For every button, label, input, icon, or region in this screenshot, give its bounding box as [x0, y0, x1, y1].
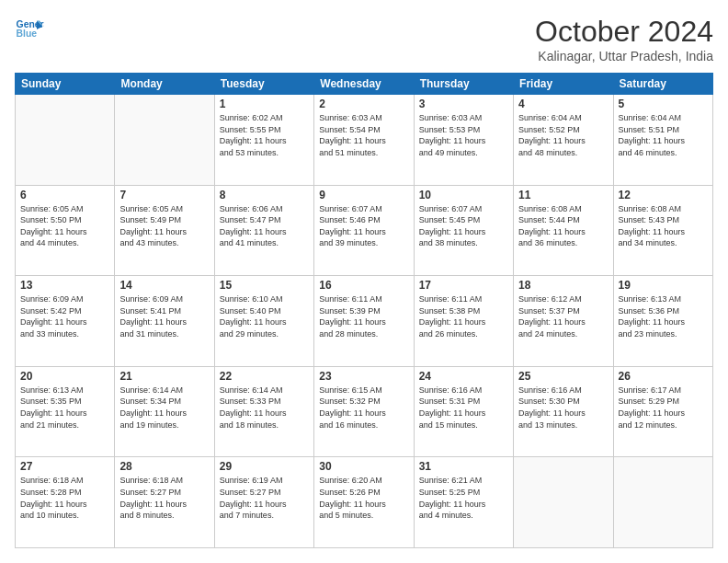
day-info: Sunrise: 6:16 AM Sunset: 5:30 PM Dayligh…	[518, 385, 608, 431]
calendar-cell: 2Sunrise: 6:03 AM Sunset: 5:54 PM Daylig…	[314, 95, 414, 186]
day-number: 25	[518, 370, 608, 383]
day-info: Sunrise: 6:18 AM Sunset: 5:27 PM Dayligh…	[119, 475, 209, 521]
logo: General Blue	[15, 15, 44, 44]
calendar-cell: 29Sunrise: 6:19 AM Sunset: 5:27 PM Dayli…	[214, 457, 313, 548]
calendar-cell	[115, 95, 214, 186]
day-info: Sunrise: 6:10 AM Sunset: 5:40 PM Dayligh…	[220, 293, 309, 339]
day-header-tuesday: Tuesday	[214, 74, 313, 95]
calendar-cell: 12Sunrise: 6:08 AM Sunset: 5:43 PM Dayli…	[613, 185, 712, 276]
day-number: 20	[20, 370, 109, 383]
calendar-cell: 31Sunrise: 6:21 AM Sunset: 5:25 PM Dayli…	[414, 457, 513, 548]
day-number: 17	[419, 279, 508, 292]
day-number: 16	[319, 279, 408, 292]
day-info: Sunrise: 6:16 AM Sunset: 5:31 PM Dayligh…	[419, 385, 508, 431]
calendar-cell: 18Sunrise: 6:12 AM Sunset: 5:37 PM Dayli…	[514, 276, 613, 367]
calendar-cell: 19Sunrise: 6:13 AM Sunset: 5:36 PM Dayli…	[613, 276, 712, 367]
day-number: 2	[319, 98, 408, 110]
day-number: 14	[119, 279, 209, 292]
day-number: 9	[319, 189, 408, 201]
calendar-cell: 6Sunrise: 6:05 AM Sunset: 5:50 PM Daylig…	[16, 185, 115, 276]
calendar-cell: 15Sunrise: 6:10 AM Sunset: 5:40 PM Dayli…	[214, 276, 313, 367]
calendar-cell	[514, 457, 613, 548]
day-info: Sunrise: 6:14 AM Sunset: 5:33 PM Dayligh…	[220, 385, 309, 431]
calendar-header-row: SundayMondayTuesdayWednesdayThursdayFrid…	[16, 74, 713, 95]
calendar-week-4: 20Sunrise: 6:13 AM Sunset: 5:35 PM Dayli…	[16, 366, 713, 457]
calendar-week-3: 13Sunrise: 6:09 AM Sunset: 5:42 PM Dayli…	[16, 276, 713, 367]
day-number: 4	[518, 98, 608, 110]
calendar-cell: 5Sunrise: 6:04 AM Sunset: 5:51 PM Daylig…	[613, 95, 712, 186]
page: General Blue October 2024 Kalinagar, Utt…	[0, 0, 728, 563]
day-info: Sunrise: 6:15 AM Sunset: 5:32 PM Dayligh…	[319, 385, 408, 431]
calendar-cell: 21Sunrise: 6:14 AM Sunset: 5:34 PM Dayli…	[115, 366, 214, 457]
day-info: Sunrise: 6:11 AM Sunset: 5:38 PM Dayligh…	[419, 293, 508, 339]
calendar-week-5: 27Sunrise: 6:18 AM Sunset: 5:28 PM Dayli…	[16, 457, 713, 548]
day-number: 15	[220, 279, 309, 292]
calendar-cell: 17Sunrise: 6:11 AM Sunset: 5:38 PM Dayli…	[414, 276, 513, 367]
day-info: Sunrise: 6:04 AM Sunset: 5:52 PM Dayligh…	[518, 112, 608, 158]
header: General Blue October 2024 Kalinagar, Utt…	[15, 15, 713, 63]
day-info: Sunrise: 6:18 AM Sunset: 5:28 PM Dayligh…	[20, 475, 109, 521]
day-number: 11	[518, 189, 608, 201]
day-number: 27	[20, 460, 109, 473]
day-number: 26	[619, 370, 708, 383]
day-number: 21	[119, 370, 209, 383]
calendar-cell: 26Sunrise: 6:17 AM Sunset: 5:29 PM Dayli…	[613, 366, 712, 457]
day-number: 10	[419, 189, 508, 201]
calendar-week-1: 1Sunrise: 6:02 AM Sunset: 5:55 PM Daylig…	[16, 95, 713, 186]
day-number: 13	[20, 279, 109, 292]
day-info: Sunrise: 6:02 AM Sunset: 5:55 PM Dayligh…	[220, 112, 309, 158]
calendar-week-2: 6Sunrise: 6:05 AM Sunset: 5:50 PM Daylig…	[16, 185, 713, 276]
svg-text:Blue: Blue	[17, 29, 38, 39]
calendar-cell: 14Sunrise: 6:09 AM Sunset: 5:41 PM Dayli…	[115, 276, 214, 367]
title-block: October 2024 Kalinagar, Uttar Pradesh, I…	[535, 15, 713, 63]
day-info: Sunrise: 6:09 AM Sunset: 5:42 PM Dayligh…	[20, 293, 109, 339]
day-info: Sunrise: 6:12 AM Sunset: 5:37 PM Dayligh…	[518, 293, 608, 339]
day-info: Sunrise: 6:11 AM Sunset: 5:39 PM Dayligh…	[319, 293, 408, 339]
day-number: 3	[419, 98, 508, 110]
day-number: 5	[619, 98, 708, 110]
day-info: Sunrise: 6:13 AM Sunset: 5:36 PM Dayligh…	[619, 293, 708, 339]
day-info: Sunrise: 6:14 AM Sunset: 5:34 PM Dayligh…	[119, 385, 209, 431]
calendar-cell: 24Sunrise: 6:16 AM Sunset: 5:31 PM Dayli…	[414, 366, 513, 457]
day-info: Sunrise: 6:19 AM Sunset: 5:27 PM Dayligh…	[220, 475, 309, 521]
day-info: Sunrise: 6:21 AM Sunset: 5:25 PM Dayligh…	[419, 475, 508, 521]
day-number: 23	[319, 370, 408, 383]
calendar-cell: 28Sunrise: 6:18 AM Sunset: 5:27 PM Dayli…	[115, 457, 214, 548]
calendar-cell: 3Sunrise: 6:03 AM Sunset: 5:53 PM Daylig…	[414, 95, 513, 186]
calendar-cell: 9Sunrise: 6:07 AM Sunset: 5:46 PM Daylig…	[314, 185, 414, 276]
day-info: Sunrise: 6:03 AM Sunset: 5:54 PM Dayligh…	[319, 112, 408, 158]
calendar-cell: 16Sunrise: 6:11 AM Sunset: 5:39 PM Dayli…	[314, 276, 414, 367]
day-number: 19	[619, 279, 708, 292]
logo-icon: General Blue	[15, 15, 44, 44]
day-number: 18	[518, 279, 608, 292]
day-info: Sunrise: 6:09 AM Sunset: 5:41 PM Dayligh…	[119, 293, 209, 339]
day-header-wednesday: Wednesday	[314, 74, 414, 95]
day-info: Sunrise: 6:17 AM Sunset: 5:29 PM Dayligh…	[619, 385, 708, 431]
day-number: 7	[119, 189, 209, 201]
month-title: October 2024	[535, 15, 713, 49]
calendar-cell: 8Sunrise: 6:06 AM Sunset: 5:47 PM Daylig…	[214, 185, 313, 276]
day-header-friday: Friday	[514, 74, 613, 95]
day-number: 30	[319, 460, 408, 473]
day-info: Sunrise: 6:04 AM Sunset: 5:51 PM Dayligh…	[619, 112, 708, 158]
calendar-cell: 10Sunrise: 6:07 AM Sunset: 5:45 PM Dayli…	[414, 185, 513, 276]
day-number: 12	[619, 189, 708, 201]
day-info: Sunrise: 6:06 AM Sunset: 5:47 PM Dayligh…	[220, 203, 309, 249]
calendar-cell: 11Sunrise: 6:08 AM Sunset: 5:44 PM Dayli…	[514, 185, 613, 276]
day-header-saturday: Saturday	[613, 74, 712, 95]
calendar-cell: 22Sunrise: 6:14 AM Sunset: 5:33 PM Dayli…	[214, 366, 313, 457]
day-info: Sunrise: 6:07 AM Sunset: 5:46 PM Dayligh…	[319, 203, 408, 249]
calendar-cell: 7Sunrise: 6:05 AM Sunset: 5:49 PM Daylig…	[115, 185, 214, 276]
day-info: Sunrise: 6:13 AM Sunset: 5:35 PM Dayligh…	[20, 385, 109, 431]
day-number: 29	[220, 460, 309, 473]
location: Kalinagar, Uttar Pradesh, India	[535, 49, 713, 63]
day-number: 31	[419, 460, 508, 473]
day-header-thursday: Thursday	[414, 74, 513, 95]
day-number: 22	[220, 370, 309, 383]
calendar-cell: 13Sunrise: 6:09 AM Sunset: 5:42 PM Dayli…	[16, 276, 115, 367]
day-number: 24	[419, 370, 508, 383]
day-number: 28	[119, 460, 209, 473]
calendar-table: SundayMondayTuesdayWednesdayThursdayFrid…	[15, 73, 713, 548]
day-info: Sunrise: 6:20 AM Sunset: 5:26 PM Dayligh…	[319, 475, 408, 521]
calendar-cell: 1Sunrise: 6:02 AM Sunset: 5:55 PM Daylig…	[214, 95, 313, 186]
